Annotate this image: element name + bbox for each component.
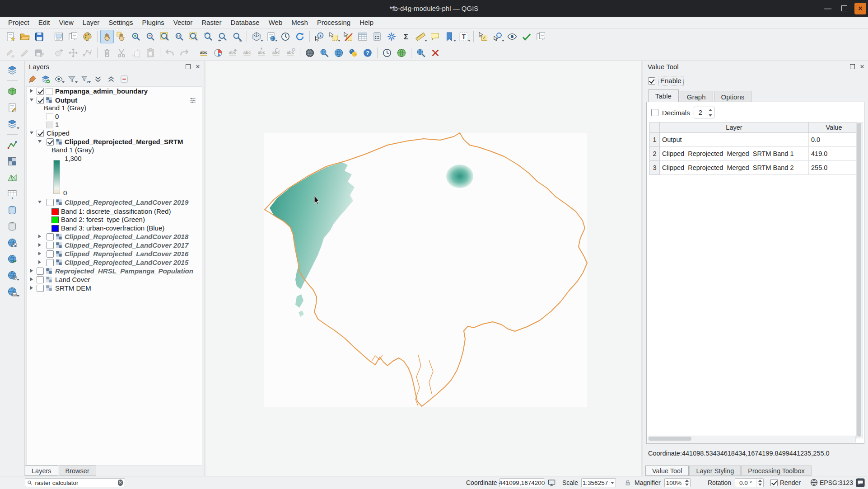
clear-search-icon[interactable]: ✕ bbox=[118, 480, 123, 486]
zoom-to-native-button[interactable]: 1:1 bbox=[173, 30, 186, 43]
collapse-all-button[interactable] bbox=[105, 73, 117, 85]
quickmap-services-button[interactable] bbox=[395, 46, 408, 60]
add-wcs-layer-button[interactable] bbox=[5, 268, 19, 282]
manage-map-themes-button[interactable] bbox=[53, 73, 65, 85]
expander-icon[interactable] bbox=[30, 269, 33, 273]
menu-edit[interactable]: Edit bbox=[34, 17, 55, 28]
layer-row-landcover-2016[interactable]: Clipped_Reprojected_LandCover 2016 bbox=[27, 249, 202, 258]
magnifier-spinner[interactable]: 100% bbox=[664, 478, 691, 487]
menu-vector[interactable]: Vector bbox=[169, 17, 197, 28]
check-geometries-button[interactable] bbox=[520, 30, 533, 43]
expander-icon[interactable] bbox=[38, 252, 41, 255]
pan-to-selection-button[interactable] bbox=[115, 30, 128, 43]
scale-combo[interactable]: 1:356257 bbox=[581, 478, 616, 487]
group-checkbox[interactable] bbox=[37, 130, 44, 137]
float-panel-icon[interactable] bbox=[849, 63, 855, 70]
zoom-to-layer-button[interactable] bbox=[201, 30, 215, 43]
map-themes-button[interactable] bbox=[505, 30, 519, 43]
zoom-next-button[interactable] bbox=[230, 30, 244, 43]
layer-checkbox[interactable] bbox=[47, 199, 54, 206]
new-3d-map-button[interactable] bbox=[250, 30, 263, 43]
close-button[interactable]: × bbox=[854, 3, 866, 14]
new-map-view-button[interactable] bbox=[264, 30, 278, 43]
group-row-srtm-dem[interactable]: SRTM DEM bbox=[27, 284, 202, 292]
minimize-button[interactable]: — bbox=[822, 3, 834, 14]
layer-checkbox[interactable] bbox=[47, 259, 54, 266]
temporal-controller-button[interactable] bbox=[279, 30, 292, 43]
expander-icon[interactable] bbox=[38, 260, 41, 264]
layer-checkbox[interactable] bbox=[37, 88, 44, 95]
expander-icon[interactable] bbox=[30, 286, 33, 290]
layer-labeling-options-button[interactable]: abc bbox=[197, 46, 210, 60]
expand-all-button[interactable] bbox=[92, 73, 104, 85]
open-attribute-table-button[interactable] bbox=[356, 30, 369, 43]
save-project-button[interactable] bbox=[33, 30, 46, 43]
menu-raster[interactable]: Raster bbox=[197, 17, 226, 28]
layout-manager-button[interactable] bbox=[66, 30, 80, 43]
group-checkbox[interactable] bbox=[37, 285, 44, 292]
layer-diagram-options-button[interactable] bbox=[211, 46, 225, 60]
measure-line-button[interactable] bbox=[414, 30, 427, 43]
scrollbar-thumb[interactable] bbox=[857, 123, 861, 437]
add-delimited-text-layer-button[interactable]: , bbox=[5, 187, 19, 201]
statistical-summary-button[interactable]: Σ bbox=[399, 30, 413, 43]
refresh-button[interactable] bbox=[293, 30, 307, 43]
new-shapefile-layer-button[interactable] bbox=[5, 100, 19, 115]
lock-scale-icon[interactable] bbox=[624, 479, 632, 488]
tab-graph[interactable]: Graph bbox=[680, 91, 713, 102]
menu-mesh[interactable]: Mesh bbox=[287, 17, 313, 28]
new-bookmark-button[interactable] bbox=[443, 30, 456, 43]
open-project-button[interactable] bbox=[18, 30, 32, 43]
group-checkbox[interactable] bbox=[37, 276, 44, 283]
expander-icon[interactable] bbox=[30, 99, 33, 101]
osm-place-search-button[interactable] bbox=[414, 46, 428, 60]
run-feature-action-button[interactable] bbox=[491, 30, 504, 43]
render-toggle[interactable]: Render bbox=[770, 479, 801, 486]
tab-options[interactable]: Options bbox=[714, 91, 752, 102]
field-calculator-button[interactable] bbox=[370, 30, 384, 43]
expander-icon[interactable] bbox=[38, 243, 41, 247]
add-postgis-layers-button[interactable] bbox=[5, 203, 19, 217]
metasearch-button[interactable] bbox=[317, 46, 331, 60]
layer-checkbox[interactable] bbox=[37, 97, 44, 104]
zoom-out-button[interactable] bbox=[144, 30, 157, 43]
layer-row-clipped-reprojected-merged-srtm[interactable]: Clipped_Reprojected_Merged_SRTM bbox=[27, 137, 202, 146]
identify-features-button[interactable]: i bbox=[313, 30, 326, 43]
remove-layer-button[interactable] bbox=[118, 73, 130, 85]
zoom-full-button[interactable] bbox=[158, 30, 172, 43]
crs-globe-icon[interactable] bbox=[810, 479, 818, 488]
add-xyz-layer-button[interactable]: xyz bbox=[5, 284, 19, 299]
filter-legend-button[interactable] bbox=[66, 73, 78, 85]
value-table-row[interactable]: 1 Output 0.0 bbox=[650, 133, 859, 147]
text-annotation-button[interactable]: T bbox=[457, 30, 471, 43]
add-spatialite-layer-button[interactable] bbox=[5, 219, 19, 234]
add-vector-layer-button[interactable] bbox=[5, 138, 19, 152]
layer-tree[interactable]: Pampanga_admin_boundary Output Band 1 (G… bbox=[26, 86, 202, 465]
filter-by-expression-button[interactable]: ε bbox=[79, 73, 91, 85]
menu-web[interactable]: Web bbox=[264, 17, 287, 28]
help-contents-button[interactable]: ? bbox=[361, 46, 374, 60]
menu-processing[interactable]: Processing bbox=[313, 17, 355, 28]
menu-plugins[interactable]: Plugins bbox=[138, 17, 169, 28]
expander-icon[interactable] bbox=[38, 201, 42, 203]
menu-help[interactable]: Help bbox=[355, 17, 378, 28]
chevron-down-icon[interactable] bbox=[609, 479, 616, 487]
close-search-button[interactable] bbox=[429, 46, 442, 60]
tab-layers[interactable]: Layers bbox=[25, 465, 58, 476]
messages-icon[interactable] bbox=[855, 478, 865, 489]
maximize-button[interactable] bbox=[838, 3, 850, 14]
layer-checkbox[interactable] bbox=[47, 138, 54, 146]
menu-layer[interactable]: Layer bbox=[78, 17, 104, 28]
expander-icon[interactable] bbox=[30, 132, 33, 134]
new-virtual-layer-button[interactable] bbox=[5, 117, 19, 131]
layer-row-landcover-2018[interactable]: Clipped_Reprojected_LandCover 2018 bbox=[27, 232, 202, 241]
add-mesh-layer-button[interactable] bbox=[5, 170, 19, 185]
render-checkbox[interactable] bbox=[770, 479, 778, 486]
tab-layer-styling[interactable]: Layer Styling bbox=[689, 465, 741, 476]
deselect-all-button[interactable] bbox=[341, 30, 355, 43]
enable-label[interactable]: Enable bbox=[658, 76, 683, 85]
add-group-button[interactable] bbox=[40, 73, 51, 85]
zoom-to-selection-button[interactable] bbox=[187, 30, 201, 43]
float-panel-icon[interactable] bbox=[185, 63, 191, 70]
close-panel-icon[interactable]: ✕ bbox=[859, 63, 865, 70]
